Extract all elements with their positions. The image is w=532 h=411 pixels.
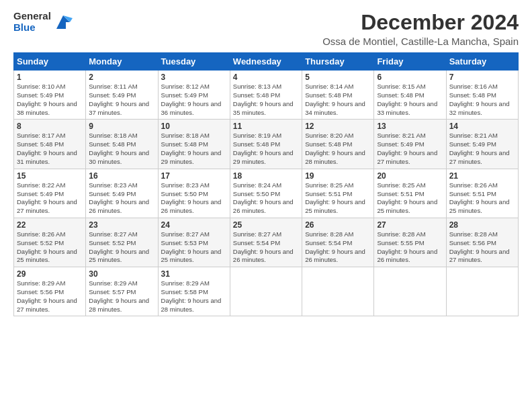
day-number: 17 — [161, 171, 227, 181]
calendar-table: SundayMondayTuesdayWednesdayThursdayFrid… — [13, 52, 519, 316]
day-info: Sunrise: 8:25 AMSunset: 5:51 PMDaylight:… — [377, 181, 443, 216]
calendar-cell: 2Sunrise: 8:11 AMSunset: 5:49 PMDaylight… — [86, 71, 158, 120]
day-number: 30 — [89, 269, 154, 279]
day-info: Sunrise: 8:25 AMSunset: 5:51 PMDaylight:… — [305, 181, 371, 216]
day-info: Sunrise: 8:27 AMSunset: 5:52 PMDaylight:… — [89, 230, 154, 265]
day-number: 25 — [233, 220, 299, 230]
calendar-cell: 23Sunrise: 8:27 AMSunset: 5:52 PMDayligh… — [86, 218, 158, 267]
day-number: 2 — [89, 73, 154, 82]
day-number: 14 — [449, 122, 515, 131]
day-info: Sunrise: 8:10 AMSunset: 5:49 PMDaylight:… — [17, 83, 83, 117]
day-number: 7 — [449, 73, 515, 82]
calendar-cell — [446, 267, 518, 316]
calendar-cell: 7Sunrise: 8:16 AMSunset: 5:48 PMDaylight… — [446, 71, 518, 120]
day-info: Sunrise: 8:15 AMSunset: 5:48 PMDaylight:… — [377, 83, 443, 117]
logo-blue-text: Blue — [13, 22, 51, 34]
day-number: 10 — [161, 122, 227, 131]
weekday-header: Sunday — [14, 53, 86, 71]
weekday-header: Monday — [86, 53, 158, 71]
calendar-cell: 29Sunrise: 8:29 AMSunset: 5:56 PMDayligh… — [14, 267, 86, 316]
logo-general-text: General — [13, 11, 51, 22]
day-number: 31 — [161, 269, 227, 279]
calendar-cell: 3Sunrise: 8:12 AMSunset: 5:49 PMDaylight… — [158, 71, 230, 120]
calendar-cell: 21Sunrise: 8:26 AMSunset: 5:51 PMDayligh… — [446, 169, 518, 218]
calendar-week-row: 8Sunrise: 8:17 AMSunset: 5:48 PMDaylight… — [14, 120, 519, 169]
month-title: December 2024 — [322, 11, 519, 34]
day-info: Sunrise: 8:29 AMSunset: 5:57 PMDaylight:… — [89, 279, 154, 314]
calendar-week-row: 1Sunrise: 8:10 AMSunset: 5:49 PMDaylight… — [14, 71, 519, 120]
calendar-cell: 1Sunrise: 8:10 AMSunset: 5:49 PMDaylight… — [14, 71, 86, 120]
day-info: Sunrise: 8:29 AMSunset: 5:58 PMDaylight:… — [161, 279, 227, 314]
logo-icon — [54, 13, 73, 32]
day-info: Sunrise: 8:23 AMSunset: 5:49 PMDaylight:… — [89, 181, 154, 216]
day-number: 27 — [377, 220, 443, 230]
day-number: 3 — [161, 73, 227, 82]
day-info: Sunrise: 8:12 AMSunset: 5:49 PMDaylight:… — [161, 83, 227, 117]
day-info: Sunrise: 8:20 AMSunset: 5:48 PMDaylight:… — [305, 132, 371, 166]
calendar-cell: 10Sunrise: 8:18 AMSunset: 5:48 PMDayligh… — [158, 120, 230, 169]
day-info: Sunrise: 8:24 AMSunset: 5:50 PMDaylight:… — [233, 181, 299, 216]
calendar-cell: 5Sunrise: 8:14 AMSunset: 5:48 PMDaylight… — [302, 71, 374, 120]
weekday-header: Saturday — [446, 53, 518, 71]
day-info: Sunrise: 8:11 AMSunset: 5:49 PMDaylight:… — [89, 83, 154, 117]
calendar-header-row: SundayMondayTuesdayWednesdayThursdayFrid… — [14, 53, 519, 71]
day-info: Sunrise: 8:28 AMSunset: 5:54 PMDaylight:… — [305, 230, 371, 265]
day-number: 16 — [89, 171, 154, 181]
day-number: 29 — [17, 269, 83, 279]
calendar-cell: 16Sunrise: 8:23 AMSunset: 5:49 PMDayligh… — [86, 169, 158, 218]
location-title: Ossa de Montiel, Castille-La Mancha, Spa… — [322, 36, 519, 47]
day-info: Sunrise: 8:16 AMSunset: 5:48 PMDaylight:… — [449, 83, 515, 117]
day-number: 28 — [449, 220, 515, 230]
day-number: 23 — [89, 220, 154, 230]
day-info: Sunrise: 8:18 AMSunset: 5:48 PMDaylight:… — [161, 132, 227, 166]
day-number: 26 — [305, 220, 371, 230]
day-number: 21 — [449, 171, 515, 181]
weekday-header: Wednesday — [230, 53, 302, 71]
calendar-week-row: 15Sunrise: 8:22 AMSunset: 5:49 PMDayligh… — [14, 169, 519, 218]
calendar-week-row: 29Sunrise: 8:29 AMSunset: 5:56 PMDayligh… — [14, 267, 519, 316]
day-info: Sunrise: 8:28 AMSunset: 5:56 PMDaylight:… — [449, 230, 515, 265]
day-info: Sunrise: 8:26 AMSunset: 5:52 PMDaylight:… — [17, 230, 83, 265]
day-info: Sunrise: 8:17 AMSunset: 5:48 PMDaylight:… — [17, 132, 83, 166]
calendar-cell: 22Sunrise: 8:26 AMSunset: 5:52 PMDayligh… — [14, 218, 86, 267]
calendar-cell: 31Sunrise: 8:29 AMSunset: 5:58 PMDayligh… — [158, 267, 230, 316]
day-info: Sunrise: 8:14 AMSunset: 5:48 PMDaylight:… — [305, 83, 371, 117]
calendar-cell: 6Sunrise: 8:15 AMSunset: 5:48 PMDaylight… — [374, 71, 446, 120]
day-info: Sunrise: 8:23 AMSunset: 5:50 PMDaylight:… — [161, 181, 227, 216]
calendar-week-row: 22Sunrise: 8:26 AMSunset: 5:52 PMDayligh… — [14, 218, 519, 267]
day-number: 5 — [305, 73, 371, 82]
calendar-cell: 30Sunrise: 8:29 AMSunset: 5:57 PMDayligh… — [86, 267, 158, 316]
day-number: 15 — [17, 171, 83, 181]
day-number: 1 — [17, 73, 83, 82]
day-number: 11 — [233, 122, 299, 131]
day-number: 20 — [377, 171, 443, 181]
day-number: 12 — [305, 122, 371, 131]
day-info: Sunrise: 8:27 AMSunset: 5:53 PMDaylight:… — [161, 230, 227, 265]
calendar-cell: 4Sunrise: 8:13 AMSunset: 5:48 PMDaylight… — [230, 71, 302, 120]
day-number: 22 — [17, 220, 83, 230]
weekday-header: Friday — [374, 53, 446, 71]
day-info: Sunrise: 8:18 AMSunset: 5:48 PMDaylight:… — [89, 132, 154, 166]
day-number: 13 — [377, 122, 443, 131]
calendar-cell: 11Sunrise: 8:19 AMSunset: 5:48 PMDayligh… — [230, 120, 302, 169]
calendar-cell: 13Sunrise: 8:21 AMSunset: 5:49 PMDayligh… — [374, 120, 446, 169]
title-block: December 2024 Ossa de Montiel, Castille-… — [322, 11, 519, 47]
calendar-cell: 28Sunrise: 8:28 AMSunset: 5:56 PMDayligh… — [446, 218, 518, 267]
weekday-header: Thursday — [302, 53, 374, 71]
calendar-cell: 15Sunrise: 8:22 AMSunset: 5:49 PMDayligh… — [14, 169, 86, 218]
calendar-cell: 27Sunrise: 8:28 AMSunset: 5:55 PMDayligh… — [374, 218, 446, 267]
calendar-cell: 19Sunrise: 8:25 AMSunset: 5:51 PMDayligh… — [302, 169, 374, 218]
calendar-cell: 12Sunrise: 8:20 AMSunset: 5:48 PMDayligh… — [302, 120, 374, 169]
calendar-cell — [230, 267, 302, 316]
calendar-cell: 9Sunrise: 8:18 AMSunset: 5:48 PMDaylight… — [86, 120, 158, 169]
calendar-cell: 17Sunrise: 8:23 AMSunset: 5:50 PMDayligh… — [158, 169, 230, 218]
calendar-cell: 24Sunrise: 8:27 AMSunset: 5:53 PMDayligh… — [158, 218, 230, 267]
day-info: Sunrise: 8:26 AMSunset: 5:51 PMDaylight:… — [449, 181, 515, 216]
calendar-cell: 18Sunrise: 8:24 AMSunset: 5:50 PMDayligh… — [230, 169, 302, 218]
weekday-header: Tuesday — [158, 53, 230, 71]
day-number: 19 — [305, 171, 371, 181]
calendar-cell: 8Sunrise: 8:17 AMSunset: 5:48 PMDaylight… — [14, 120, 86, 169]
day-number: 18 — [233, 171, 299, 181]
day-number: 8 — [17, 122, 83, 131]
calendar-cell: 20Sunrise: 8:25 AMSunset: 5:51 PMDayligh… — [374, 169, 446, 218]
